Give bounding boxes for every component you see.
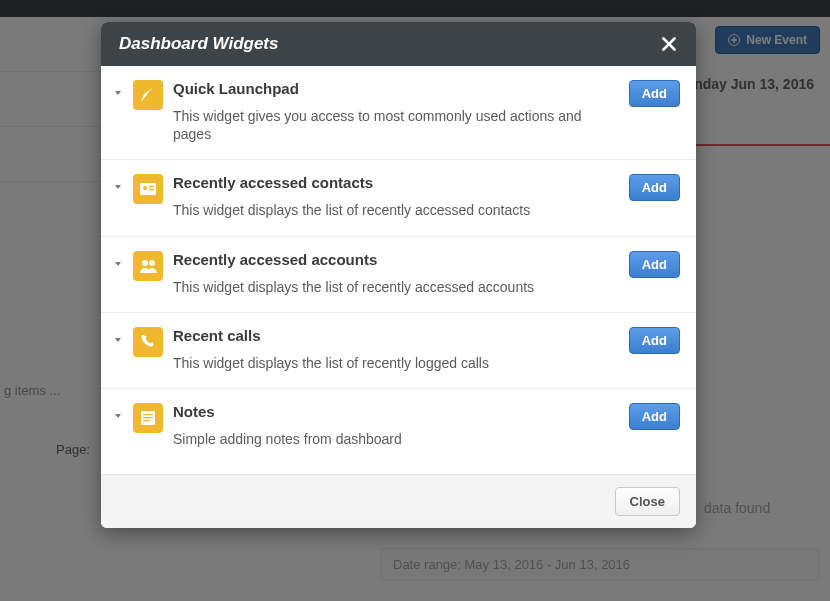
add-button[interactable]: Add xyxy=(629,251,680,278)
add-button[interactable]: Add xyxy=(629,80,680,107)
contact-icon xyxy=(133,174,163,204)
widget-description: This widget displays the list of recentl… xyxy=(173,278,619,296)
svg-point-10 xyxy=(149,260,155,266)
chevron-down-icon[interactable] xyxy=(113,182,123,192)
svg-rect-6 xyxy=(149,186,154,188)
modal-footer: Close xyxy=(101,474,696,528)
widget-body: Recently accessed contacts This widget d… xyxy=(173,174,619,219)
widget-row: Recently accessed contacts This widget d… xyxy=(101,160,696,236)
note-icon xyxy=(133,403,163,433)
widget-body: Quick Launchpad This widget gives you ac… xyxy=(173,80,619,143)
svg-rect-7 xyxy=(149,189,154,191)
rocket-icon xyxy=(133,80,163,110)
close-button[interactable]: Close xyxy=(615,487,680,516)
widget-title: Notes xyxy=(173,403,619,420)
widget-title: Quick Launchpad xyxy=(173,80,619,97)
widget-description: Simple adding notes from dashboard xyxy=(173,430,619,448)
widget-description: This widget displays the list of recentl… xyxy=(173,201,619,219)
chevron-down-icon[interactable] xyxy=(113,259,123,269)
chevron-down-icon[interactable] xyxy=(113,88,123,98)
widget-row: Recent calls This widget displays the li… xyxy=(101,313,696,389)
svg-point-5 xyxy=(143,186,147,190)
add-button[interactable]: Add xyxy=(629,403,680,430)
add-button[interactable]: Add xyxy=(629,174,680,201)
svg-rect-14 xyxy=(143,414,153,415)
dashboard-widgets-modal: Dashboard Widgets Quick Launchpad This w… xyxy=(101,22,696,528)
close-icon[interactable] xyxy=(660,35,678,53)
widget-title: Recent calls xyxy=(173,327,619,344)
svg-rect-1 xyxy=(133,80,163,110)
widget-description: This widget displays the list of recentl… xyxy=(173,354,619,372)
widget-body: Recently accessed accounts This widget d… xyxy=(173,251,619,296)
svg-rect-16 xyxy=(143,420,150,421)
svg-point-2 xyxy=(149,91,152,94)
add-button[interactable]: Add xyxy=(629,327,680,354)
modal-title: Dashboard Widgets xyxy=(119,34,278,54)
widget-description: This widget gives you access to most com… xyxy=(173,107,619,143)
widget-row: Quick Launchpad This widget gives you ac… xyxy=(101,66,696,160)
modal-body: Quick Launchpad This widget gives you ac… xyxy=(101,66,696,474)
widget-title: Recently accessed accounts xyxy=(173,251,619,268)
modal-header: Dashboard Widgets xyxy=(101,22,696,66)
widget-row: Recently accessed accounts This widget d… xyxy=(101,237,696,313)
accounts-icon xyxy=(133,251,163,281)
widget-title: Recently accessed contacts xyxy=(173,174,619,191)
widget-row: Notes Simple adding notes from dashboard… xyxy=(101,389,696,464)
chevron-down-icon[interactable] xyxy=(113,411,123,421)
phone-icon xyxy=(133,327,163,357)
chevron-down-icon[interactable] xyxy=(113,335,123,345)
widget-body: Recent calls This widget displays the li… xyxy=(173,327,619,372)
svg-rect-8 xyxy=(133,251,163,281)
widget-body: Notes Simple adding notes from dashboard xyxy=(173,403,619,448)
svg-point-9 xyxy=(142,260,148,266)
svg-rect-15 xyxy=(143,417,153,418)
